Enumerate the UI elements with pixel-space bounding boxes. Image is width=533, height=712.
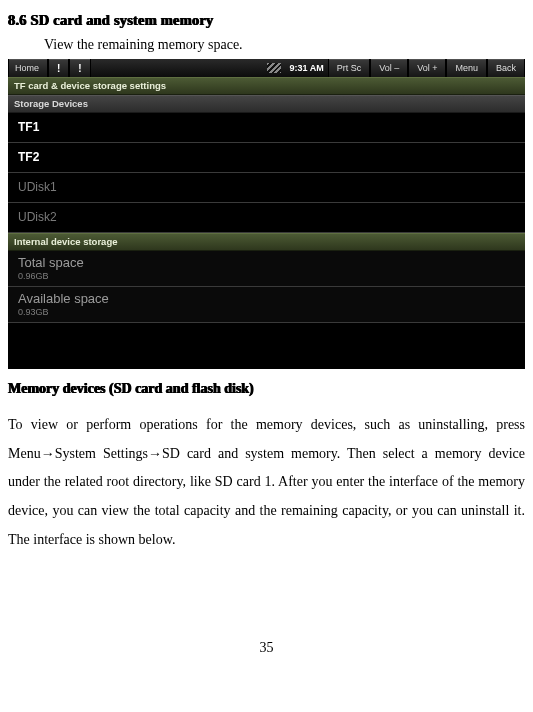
- clock-label: 9:31 AM: [285, 59, 327, 77]
- page-number: 35: [8, 640, 525, 656]
- notification-icon-1[interactable]: !: [48, 59, 69, 77]
- device-screenshot: Home ! ! 9:31 AM Prt Sc Vol – Vol + Menu…: [8, 59, 525, 369]
- body-paragraph: To view or perform operations for the me…: [8, 411, 525, 554]
- available-space-label: Available space: [18, 291, 515, 306]
- home-button[interactable]: Home: [8, 59, 48, 77]
- signal-icon: [267, 63, 281, 73]
- status-bar: Home ! ! 9:31 AM Prt Sc Vol – Vol + Menu…: [8, 59, 525, 77]
- total-space-value: 0.96GB: [18, 271, 515, 281]
- statusbar-spacer: [91, 59, 268, 77]
- exclamation-icon: !: [57, 63, 60, 74]
- volume-down-button[interactable]: Vol –: [370, 59, 408, 77]
- device-row-tf2[interactable]: TF2: [8, 143, 525, 173]
- volume-up-button[interactable]: Vol +: [408, 59, 446, 77]
- device-row-udisk2: UDisk2: [8, 203, 525, 233]
- section-heading: 8.6 SD card and system memory: [8, 12, 525, 29]
- settings-title-bar: TF card & device storage settings: [8, 77, 525, 95]
- back-button[interactable]: Back: [487, 59, 525, 77]
- exclamation-icon: !: [78, 63, 81, 74]
- prtsc-button[interactable]: Prt Sc: [328, 59, 371, 77]
- section-number: 8.6: [8, 12, 27, 28]
- subheading: Memory devices (SD card and flash disk): [8, 381, 525, 397]
- total-space-label: Total space: [18, 255, 515, 270]
- storage-devices-header: Storage Devices: [8, 95, 525, 113]
- available-space-row[interactable]: Available space 0.93GB: [8, 287, 525, 323]
- status-icons: [267, 59, 285, 77]
- empty-area: [8, 323, 525, 369]
- internal-storage-header: Internal device storage: [8, 233, 525, 251]
- menu-button[interactable]: Menu: [446, 59, 487, 77]
- intro-line: View the remaining memory space.: [44, 37, 525, 53]
- device-row-udisk1: UDisk1: [8, 173, 525, 203]
- notification-icon-2[interactable]: !: [69, 59, 90, 77]
- available-space-value: 0.93GB: [18, 307, 515, 317]
- device-row-tf1[interactable]: TF1: [8, 113, 525, 143]
- section-title: SD card and system memory: [31, 12, 214, 28]
- total-space-row[interactable]: Total space 0.96GB: [8, 251, 525, 287]
